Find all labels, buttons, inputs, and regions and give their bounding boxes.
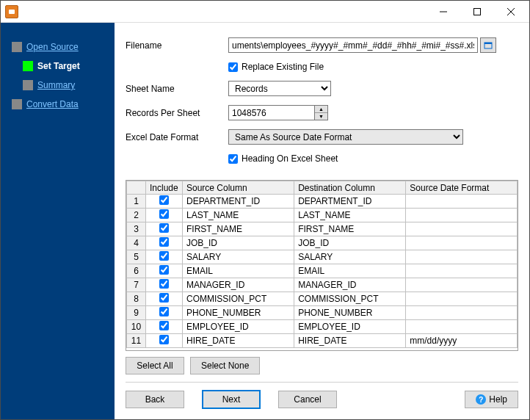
date-format-cell[interactable]	[406, 264, 518, 278]
source-column-cell[interactable]: FIRST_NAME	[183, 222, 294, 236]
table-row[interactable]: 9PHONE_NUMBERPHONE_NUMBER	[127, 306, 518, 320]
source-column-cell[interactable]: SALARY	[183, 250, 294, 264]
source-column-cell[interactable]: COMMISSION_PCT	[183, 292, 294, 306]
include-checkbox[interactable]	[159, 265, 169, 275]
source-column-cell[interactable]: LAST_NAME	[183, 209, 294, 222]
include-checkbox[interactable]	[159, 335, 169, 344]
include-cell[interactable]	[146, 278, 183, 292]
include-cell[interactable]	[146, 250, 183, 264]
date-format-cell[interactable]	[406, 250, 518, 264]
content-panel: Filename Replace Existing File Sheet Nam…	[115, 23, 529, 419]
date-format-cell[interactable]	[406, 306, 518, 320]
row-number: 10	[127, 320, 146, 334]
maximize-button[interactable]	[460, 1, 494, 22]
cancel-button[interactable]: Cancel	[278, 391, 337, 408]
replace-existing-checkbox[interactable]	[228, 62, 238, 72]
source-column-cell[interactable]: EMPLOYEE_ID	[183, 320, 294, 334]
include-cell[interactable]	[146, 320, 183, 334]
nav-convert-data[interactable]: Convert Data	[1, 95, 115, 114]
include-cell[interactable]	[146, 334, 183, 348]
date-format-cell[interactable]: mm/dd/yyyy	[406, 334, 518, 348]
include-checkbox[interactable]	[159, 251, 169, 261]
app-icon	[5, 5, 18, 18]
select-none-button[interactable]: Select None	[190, 357, 260, 374]
browse-icon	[484, 41, 493, 50]
svg-rect-5	[484, 43, 492, 44]
include-checkbox[interactable]	[159, 293, 169, 303]
header-dest[interactable]: Destination Column	[294, 181, 406, 195]
dest-column-cell[interactable]: MANAGER_ID	[294, 278, 406, 292]
include-cell[interactable]	[146, 236, 183, 250]
heading-on-sheet-label: Heading On Excel Sheet	[242, 153, 338, 164]
minimize-button[interactable]	[426, 1, 460, 22]
include-cell[interactable]	[146, 264, 183, 278]
dest-column-cell[interactable]: LAST_NAME	[294, 209, 406, 222]
table-row[interactable]: 1DEPARTMENT_IDDEPARTMENT_ID	[127, 195, 518, 209]
include-checkbox[interactable]	[159, 223, 169, 233]
include-cell[interactable]	[146, 306, 183, 320]
include-cell[interactable]	[146, 195, 183, 209]
dest-column-cell[interactable]: SALARY	[294, 250, 406, 264]
table-row[interactable]: 5SALARYSALARY	[127, 250, 518, 264]
filename-input[interactable]	[228, 37, 478, 53]
table-row[interactable]: 4JOB_IDJOB_ID	[127, 236, 518, 250]
table-row[interactable]: 6EMAILEMAIL	[127, 264, 518, 278]
date-format-select[interactable]: Same As Source Date Format	[228, 129, 463, 145]
table-row[interactable]: 11HIRE_DATEHIRE_DATEmm/dd/yyyy	[127, 334, 518, 348]
table-row[interactable]: 7MANAGER_IDMANAGER_ID	[127, 278, 518, 292]
nav-open-source[interactable]: Open Source	[1, 37, 115, 57]
include-cell[interactable]	[146, 292, 183, 306]
include-checkbox[interactable]	[159, 195, 169, 205]
date-format-cell[interactable]	[406, 292, 518, 306]
date-format-cell[interactable]	[406, 209, 518, 222]
table-row[interactable]: 2LAST_NAMELAST_NAME	[127, 209, 518, 222]
date-format-cell[interactable]	[406, 222, 518, 236]
date-format-cell[interactable]	[406, 320, 518, 334]
heading-on-sheet-checkbox[interactable]	[228, 154, 238, 164]
header-include[interactable]: Include	[146, 181, 183, 195]
dest-column-cell[interactable]: EMPLOYEE_ID	[294, 320, 406, 334]
spinner-up[interactable]: ▲	[315, 106, 327, 113]
table-row[interactable]: 3FIRST_NAMEFIRST_NAME	[127, 222, 518, 236]
spinner-down[interactable]: ▼	[315, 113, 327, 120]
source-column-cell[interactable]: MANAGER_ID	[183, 278, 294, 292]
dest-column-cell[interactable]: JOB_ID	[294, 236, 406, 250]
help-button[interactable]: ? Help	[465, 391, 518, 408]
table-row[interactable]: 8COMMISSION_PCTCOMMISSION_PCT	[127, 292, 518, 306]
select-all-button[interactable]: Select All	[126, 357, 184, 374]
include-cell[interactable]	[146, 222, 183, 236]
include-checkbox[interactable]	[159, 307, 169, 316]
sheet-name-select[interactable]: Records	[228, 81, 331, 96]
source-column-cell[interactable]: JOB_ID	[183, 236, 294, 250]
row-number: 9	[127, 306, 146, 320]
dest-column-cell[interactable]: COMMISSION_PCT	[294, 292, 406, 306]
header-datefmt[interactable]: Source Date Format	[406, 181, 518, 195]
source-column-cell[interactable]: PHONE_NUMBER	[183, 306, 294, 320]
source-column-cell[interactable]: DEPARTMENT_ID	[183, 195, 294, 209]
next-button[interactable]: Next	[202, 390, 261, 409]
dest-column-cell[interactable]: FIRST_NAME	[294, 222, 406, 236]
source-column-cell[interactable]: EMAIL	[183, 264, 294, 278]
include-checkbox[interactable]	[159, 237, 169, 247]
header-source[interactable]: Source Column	[183, 181, 294, 195]
source-column-cell[interactable]: HIRE_DATE	[183, 334, 294, 348]
row-number: 5	[127, 250, 146, 264]
include-checkbox[interactable]	[159, 279, 169, 289]
date-format-cell[interactable]	[406, 195, 518, 209]
nav-summary[interactable]: Summary	[1, 76, 115, 95]
include-cell[interactable]	[146, 209, 183, 222]
dest-column-cell[interactable]: DEPARTMENT_ID	[294, 195, 406, 209]
dest-column-cell[interactable]: PHONE_NUMBER	[294, 306, 406, 320]
table-row[interactable]: 10EMPLOYEE_IDEMPLOYEE_ID	[127, 320, 518, 334]
nav-set-target[interactable]: Set Target	[1, 57, 115, 76]
back-button[interactable]: Back	[126, 391, 184, 408]
records-per-sheet-input[interactable]	[228, 105, 315, 120]
include-checkbox[interactable]	[159, 209, 169, 219]
date-format-cell[interactable]	[406, 236, 518, 250]
include-checkbox[interactable]	[159, 321, 169, 330]
date-format-cell[interactable]	[406, 278, 518, 292]
close-button[interactable]	[494, 1, 528, 22]
dest-column-cell[interactable]: HIRE_DATE	[294, 334, 406, 348]
dest-column-cell[interactable]: EMAIL	[294, 264, 406, 278]
browse-button[interactable]	[480, 37, 496, 53]
